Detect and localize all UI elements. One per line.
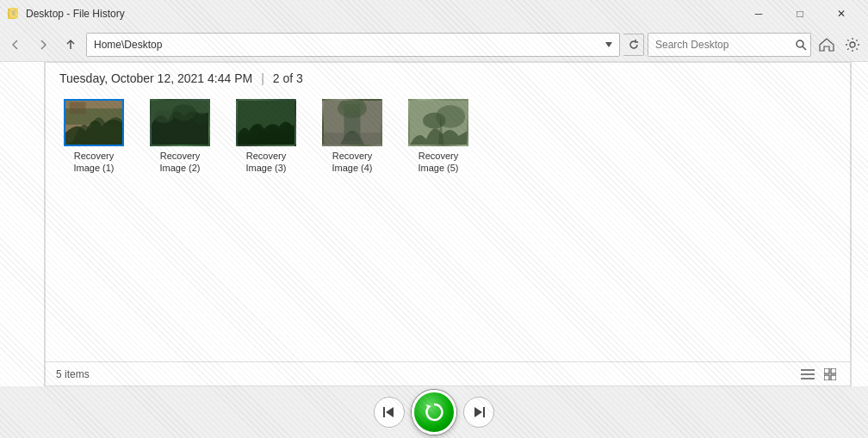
svg-rect-6 [65,108,122,125]
svg-rect-7 [70,102,86,114]
main-area: Tuesday, October 12, 2021 4:44 PM | 2 of… [0,62,868,386]
content-panel: Tuesday, October 12, 2021 4:44 PM | 2 of… [45,62,851,386]
file-thumbnail [64,99,124,146]
files-area: Recovery Image (1) Recovery Image (2) [46,92,850,361]
svg-rect-5 [65,101,122,145]
list-item[interactable]: Recovery Image (1) [59,99,128,175]
